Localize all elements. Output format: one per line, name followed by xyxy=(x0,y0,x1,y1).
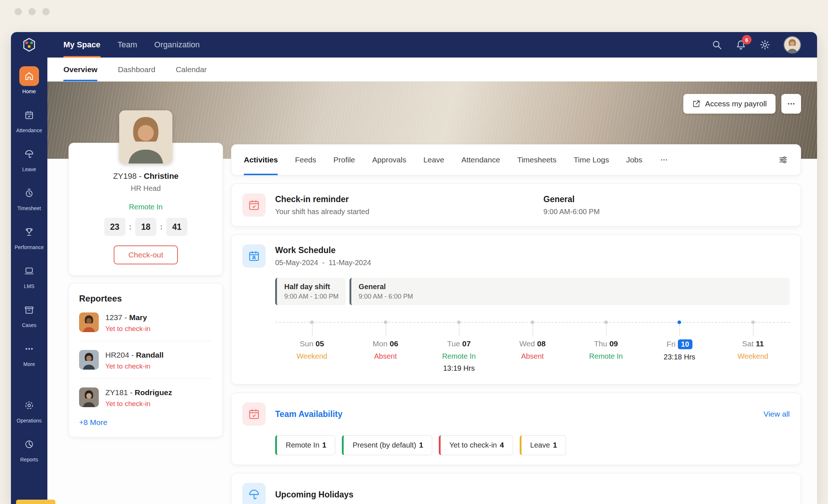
reportee-row[interactable]: ZY181 - Rodriguez Yet to check-in xyxy=(79,379,212,412)
day-column-sat[interactable]: Sat11 Weekend xyxy=(716,323,790,375)
reportee-row[interactable]: 1237 - Mary Yet to check-in xyxy=(79,304,212,341)
reportee-status: Yet to check-in xyxy=(105,325,151,333)
tab-profile[interactable]: Profile xyxy=(333,145,355,175)
shift-segment-half-day[interactable]: Half day shift 9:00 AM - 1:00 PM xyxy=(275,278,346,305)
tab-leave[interactable]: Leave xyxy=(423,145,444,175)
availability-view-all-link[interactable]: View all xyxy=(763,410,790,418)
tab-timesheets[interactable]: Timesheets xyxy=(517,145,556,175)
timer-minutes: 18 xyxy=(135,218,156,236)
chip-leave[interactable]: Leave1 xyxy=(520,435,566,455)
tab-approvals[interactable]: Approvals xyxy=(372,145,406,175)
reportee-info: 1237 - Mary Yet to check-in xyxy=(105,312,151,333)
reportee-name: 1237 - Mary xyxy=(105,313,151,322)
sidebar-item-label: Leave xyxy=(22,166,36,172)
profile-tabs-card: Activities Feeds Profile Approvals Leave… xyxy=(231,144,801,176)
tab-my-space[interactable]: My Space xyxy=(63,32,101,58)
window-dot[interactable] xyxy=(42,8,50,15)
work-schedule-card: Work Schedule 05-May-2024 - 11-May-2024 … xyxy=(231,235,801,385)
tabs-overflow-button[interactable] xyxy=(660,145,668,175)
customize-tabs-icon[interactable] xyxy=(778,145,788,175)
checkin-reminder-info: Check-in reminder Your shift has already… xyxy=(242,193,543,217)
chip-present[interactable]: Present (by default)1 xyxy=(342,435,432,455)
sidebar-item-label: Home xyxy=(22,88,36,94)
upcoming-holidays-card: Upcoming Holidays Christmas 25 - Dec, We… xyxy=(231,473,801,504)
sidebar-item-leave[interactable]: Leave xyxy=(11,144,47,172)
shift-segment-general[interactable]: General 9:00 AM - 6:00 PM xyxy=(349,278,790,305)
checkin-reminder-subtitle: Your shift has already started xyxy=(275,208,369,216)
reminder-calendar-icon xyxy=(242,193,266,217)
sidebar-item-attendance[interactable]: Attendance xyxy=(11,105,47,133)
access-payroll-button[interactable]: Access my payroll xyxy=(683,94,776,114)
upcoming-holidays-header: Upcoming Holidays xyxy=(242,483,790,504)
schedule-calendar-icon xyxy=(242,244,266,268)
search-icon[interactable] xyxy=(711,39,722,50)
reportee-status: Yet to check-in xyxy=(105,400,172,408)
tab-overview[interactable]: Overview xyxy=(63,58,97,81)
tab-attendance[interactable]: Attendance xyxy=(461,145,500,175)
today-date-badge: 10 xyxy=(678,339,692,349)
banner-actions: Access my payroll xyxy=(683,94,801,114)
day-column-tue[interactable]: Tue07 Remote In 13:19 Hrs xyxy=(422,323,496,375)
tab-jobs[interactable]: Jobs xyxy=(626,145,642,175)
performance-trophy-icon xyxy=(19,222,39,242)
lms-laptop-icon xyxy=(19,261,39,281)
reportees-more-link[interactable]: +8 More xyxy=(79,418,108,427)
shift-name: General xyxy=(543,194,600,204)
tab-dashboard[interactable]: Dashboard xyxy=(118,58,155,81)
sidebar-item-home[interactable]: Home xyxy=(11,66,47,94)
day-column-fri-today[interactable]: Fri10 23:18 Hrs xyxy=(643,323,716,375)
chip-yet-to-check-in[interactable]: Yet to check-in4 xyxy=(439,435,513,455)
external-link-icon xyxy=(692,99,701,108)
work-timer: 23 : 18 : 41 xyxy=(78,218,214,236)
sidebar-item-reports[interactable]: Reports xyxy=(11,434,47,462)
sidebar-item-cases[interactable]: Cases xyxy=(11,300,47,328)
app-logo[interactable] xyxy=(11,32,47,58)
sidebar-item-label: Performance xyxy=(15,244,44,250)
tab-organization[interactable]: Organization xyxy=(154,32,200,58)
check-out-button[interactable]: Check-out xyxy=(114,245,178,264)
notifications-bell-icon[interactable]: 6 xyxy=(735,39,746,50)
day-column-sun[interactable]: Sun05 Weekend xyxy=(275,323,349,375)
day-column-mon[interactable]: Mon06 Absent xyxy=(349,323,422,375)
banner-more-button[interactable] xyxy=(781,94,801,114)
shift-time: 9:00 AM-6:00 PM xyxy=(543,208,600,216)
sidebar-item-label: Timesheet xyxy=(17,205,41,211)
profile-tabs: Activities Feeds Profile Approvals Leave… xyxy=(244,145,668,175)
user-avatar[interactable] xyxy=(784,36,801,54)
team-availability-header: Team Availability View all xyxy=(242,402,790,426)
sidebar-item-label: Reports xyxy=(20,457,38,462)
chip-remote-in[interactable]: Remote In1 xyxy=(275,435,335,455)
day-status: Weekend xyxy=(275,352,349,361)
team-availability-title: Team Availability xyxy=(275,409,343,419)
profile-avatar[interactable] xyxy=(119,110,172,164)
sidebar-item-label: Operations xyxy=(17,418,42,424)
day-status: Remote In xyxy=(422,352,496,361)
day-hours: 13:19 Hrs xyxy=(422,364,496,373)
day-column-thu[interactable]: Thu09 Remote In xyxy=(569,323,643,375)
reportee-avatar xyxy=(79,350,99,370)
tab-team[interactable]: Team xyxy=(118,32,137,58)
tab-activities[interactable]: Activities xyxy=(244,145,278,175)
window-dot[interactable] xyxy=(15,8,22,15)
reportee-row[interactable]: HR204 - Randall Yet to check-in xyxy=(79,341,212,379)
timer-hours: 23 xyxy=(104,218,125,236)
day-column-wed[interactable]: Wed08 Absent xyxy=(496,323,569,375)
sidebar-item-more[interactable]: More xyxy=(11,339,47,367)
checkin-reminder-card: Check-in reminder Your shift has already… xyxy=(231,184,801,227)
sidebar-item-timesheet[interactable]: Timesheet xyxy=(11,183,47,211)
work-schedule-body: Half day shift 9:00 AM - 1:00 PM General… xyxy=(275,278,790,375)
availability-chips: Remote In1 Present (by default)1 Yet to … xyxy=(275,435,790,455)
tab-feeds[interactable]: Feeds xyxy=(295,145,316,175)
sidebar-item-performance[interactable]: Performance xyxy=(11,222,47,250)
sidebar-item-lms[interactable]: LMS xyxy=(11,261,47,289)
settings-gear-icon[interactable] xyxy=(759,39,770,50)
tab-calendar[interactable]: Calendar xyxy=(176,58,207,81)
tab-time-logs[interactable]: Time Logs xyxy=(574,145,609,175)
home-icon xyxy=(19,66,39,86)
people-logo-icon xyxy=(21,37,37,53)
ellipsis-icon xyxy=(786,99,796,109)
sidebar-nav: Home Attendance Leave Timesheet xyxy=(11,66,47,462)
window-dot[interactable] xyxy=(28,8,36,15)
sidebar-item-operations[interactable]: Operations xyxy=(11,395,47,424)
cases-box-icon xyxy=(19,300,39,320)
